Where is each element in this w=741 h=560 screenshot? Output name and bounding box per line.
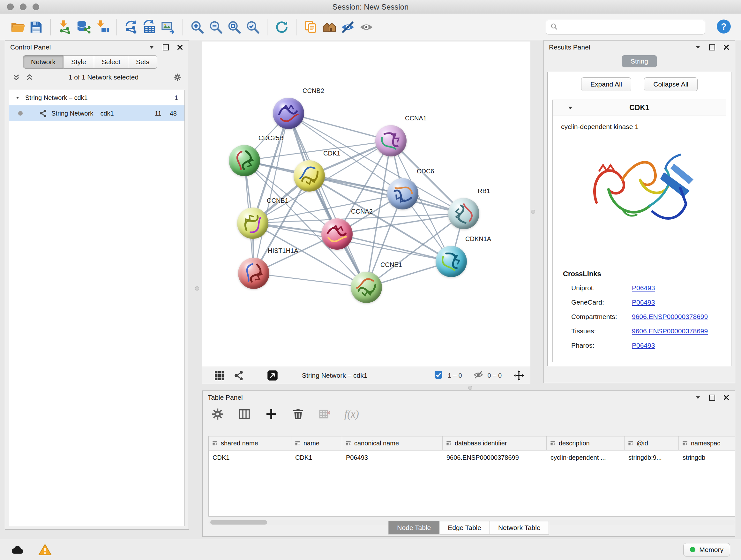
- network-collection-label[interactable]: String Network – cdk1: [25, 94, 88, 102]
- network-node[interactable]: [448, 198, 479, 229]
- network-tree-item[interactable]: String Network – cdk1 11 48: [9, 105, 185, 121]
- network-node[interactable]: [435, 246, 467, 277]
- table-cell[interactable]: CDK1: [291, 454, 342, 461]
- copy-icon[interactable]: [301, 18, 320, 37]
- network-node[interactable]: [273, 98, 304, 129]
- scrollbar-thumb[interactable]: [210, 520, 267, 524]
- network-node[interactable]: [351, 272, 382, 303]
- collapse-all-button[interactable]: Collapse All: [644, 77, 697, 91]
- hidden-eye-icon[interactable]: [474, 370, 483, 381]
- crosslink-value-link[interactable]: P06493: [632, 341, 655, 349]
- table-cell[interactable]: stringdb:9...: [624, 454, 679, 461]
- zoom-selected-icon[interactable]: [244, 18, 262, 37]
- panel-collapse-icon[interactable]: [148, 44, 155, 51]
- column-header[interactable]: description: [547, 436, 624, 450]
- network-overview-icon[interactable]: [233, 370, 245, 381]
- tab-network[interactable]: Network: [23, 55, 64, 69]
- tab-style[interactable]: Style: [64, 55, 94, 69]
- zoom-fit-icon[interactable]: [225, 18, 244, 37]
- show-columns-icon[interactable]: [237, 407, 252, 422]
- zoom-out-icon[interactable]: [206, 18, 225, 37]
- column-header[interactable]: canonical name: [342, 436, 443, 450]
- column-header[interactable]: name: [291, 436, 342, 450]
- expand-all-button[interactable]: Expand All: [581, 77, 631, 91]
- network-view-canvas[interactable]: CCNB2 CCNA1 CDC25B CDK1 CDC6 RB1 CCNB1 C…: [202, 42, 530, 367]
- section-collapse-icon[interactable]: [567, 105, 574, 111]
- crosslink-value-link[interactable]: 9606.ENSP00000378699: [632, 313, 708, 320]
- table-cell[interactable]: stringdb: [679, 454, 733, 461]
- new-network-icon[interactable]: [122, 18, 140, 37]
- homes-icon[interactable]: [320, 18, 339, 37]
- tab-edge-table[interactable]: Edge Table: [440, 521, 490, 535]
- panel-close-icon[interactable]: [723, 394, 730, 401]
- create-column-icon[interactable]: [264, 407, 279, 422]
- show-all-icon[interactable]: [357, 18, 376, 37]
- table-options-gear-icon[interactable]: [210, 407, 225, 422]
- network-node[interactable]: [237, 207, 268, 239]
- save-session-icon[interactable]: [27, 18, 45, 37]
- fit-content-icon[interactable]: [513, 370, 525, 381]
- network-collection-row[interactable]: String Network – cdk1 1: [9, 90, 185, 105]
- column-header[interactable]: database identifier: [443, 436, 547, 450]
- refresh-icon[interactable]: [273, 18, 291, 37]
- right-splitter-handle[interactable]: [531, 210, 535, 214]
- help-button[interactable]: ?: [715, 18, 733, 36]
- import-network-database-icon[interactable]: [74, 18, 93, 37]
- tab-node-table[interactable]: Node Table: [388, 521, 440, 535]
- birdseye-view-icon[interactable]: [214, 370, 225, 381]
- panel-close-icon[interactable]: [177, 44, 184, 51]
- crosslink-value-link[interactable]: 9606.ENSP00000378699: [632, 327, 708, 335]
- close-window-icon[interactable]: [7, 3, 14, 10]
- table-cell[interactable]: CDK1: [209, 454, 291, 461]
- column-header[interactable]: shared name: [209, 436, 291, 450]
- expand-all-tree-icon[interactable]: [12, 73, 20, 81]
- table-cell[interactable]: cyclin-dependent ...: [547, 454, 624, 461]
- delete-column-icon[interactable]: [291, 407, 306, 422]
- panel-collapse-icon[interactable]: [694, 394, 701, 401]
- collapse-all-tree-icon[interactable]: [25, 73, 34, 81]
- tab-select[interactable]: Select: [94, 55, 128, 69]
- tree-expand-icon[interactable]: [14, 95, 21, 100]
- network-node[interactable]: [229, 145, 260, 176]
- gene-section-header[interactable]: CDK1: [553, 100, 726, 116]
- bottom-splitter-handle[interactable]: [468, 386, 472, 390]
- crosslink-value-link[interactable]: P06493: [632, 299, 655, 306]
- network-node[interactable]: [293, 160, 325, 192]
- cloud-status-icon[interactable]: [11, 543, 24, 557]
- table-cell[interactable]: P06493: [342, 454, 443, 461]
- selected-checkbox-icon[interactable]: [434, 370, 443, 381]
- column-header[interactable]: @id: [624, 436, 679, 450]
- table-row[interactable]: CDK1CDK1P064939606.ENSP00000378699cyclin…: [209, 450, 735, 464]
- search-box[interactable]: [546, 20, 705, 35]
- column-header[interactable]: namespac: [679, 436, 733, 450]
- zoom-window-icon[interactable]: [32, 3, 39, 10]
- tab-string[interactable]: String: [622, 55, 657, 67]
- search-input[interactable]: [561, 23, 701, 31]
- network-item-label[interactable]: String Network – cdk1: [51, 110, 114, 117]
- export-image-icon[interactable]: [159, 18, 178, 37]
- open-session-icon[interactable]: [8, 18, 27, 37]
- minimize-window-icon[interactable]: [20, 3, 26, 10]
- panel-float-icon[interactable]: [709, 395, 715, 401]
- export-view-icon[interactable]: [267, 370, 278, 381]
- network-node[interactable]: [238, 258, 269, 289]
- table-cell[interactable]: 9606.ENSP00000378699: [443, 454, 547, 461]
- new-table-icon[interactable]: [140, 18, 159, 37]
- warning-icon[interactable]: [38, 543, 52, 557]
- memory-button[interactable]: Memory: [683, 543, 730, 557]
- left-splitter-handle[interactable]: [195, 287, 199, 291]
- network-options-gear-icon[interactable]: [173, 73, 182, 81]
- network-node[interactable]: [387, 178, 418, 209]
- tab-network-table[interactable]: Network Table: [490, 521, 549, 535]
- network-node[interactable]: [321, 219, 353, 250]
- panel-float-icon[interactable]: [709, 44, 715, 51]
- crosslink-value-link[interactable]: P06493: [632, 284, 655, 292]
- panel-close-icon[interactable]: [723, 44, 730, 51]
- network-node[interactable]: [375, 125, 407, 157]
- panel-float-icon[interactable]: [163, 44, 169, 51]
- import-network-file-icon[interactable]: [56, 18, 74, 37]
- zoom-in-icon[interactable]: [188, 18, 206, 37]
- tab-sets[interactable]: Sets: [128, 55, 157, 69]
- hide-selected-icon[interactable]: [339, 18, 357, 37]
- import-table-file-icon[interactable]: [93, 18, 111, 37]
